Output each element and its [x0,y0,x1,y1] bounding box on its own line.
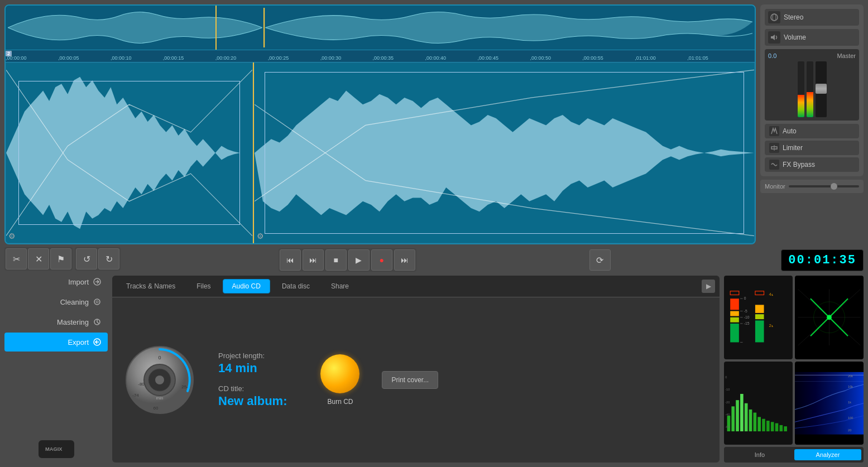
sidebar-item-import[interactable]: Import [4,272,108,291]
zoom-in-btn[interactable]: + [730,244,737,245]
cleaning-icon [92,297,102,307]
master-fader[interactable] [816,61,827,117]
limiter-label: Limiter [783,144,803,152]
print-cover-button[interactable]: Print cover... [382,371,438,389]
skip-to-start-btn[interactable]: ⏮ [280,249,301,271]
waveform-track-2[interactable]: ⚙ [254,62,755,243]
auto-btn[interactable]: Auto [765,124,859,138]
tab-data-disc[interactable]: Data disc [272,279,319,293]
effect-buttons: Auto Limiter [765,124,859,172]
record-btn[interactable]: ● [371,249,392,271]
magix-logo: MAGIX [4,436,108,463]
svg-text:0: 0 [725,375,727,379]
svg-text:20k: 20k [848,374,853,377]
svg-text:-5: -5 [744,309,747,313]
project-length-value: 14 min [218,361,287,375]
vectorscope-panel [795,276,864,359]
analyzer-grid: 0 -5 -10 -15 [724,276,864,445]
svg-rect-63 [775,423,779,431]
transport-controls: ⏮ ⏭ ■ ▶ ● ⏭ [279,248,416,272]
stereo-control[interactable]: Stereo [765,9,859,26]
svg-text:0: 0 [158,355,161,360]
monitor-slider[interactable] [789,185,859,187]
svg-text:20: 20 [848,429,851,432]
master-value: 0.0 [768,52,776,59]
export-label: Export [68,338,89,346]
svg-text:min: min [156,396,164,401]
track-settings-icon-2[interactable]: ⚙ [257,232,264,240]
time-display: 00:01:35 [781,249,864,271]
cut-tool[interactable]: ✂ [6,248,27,269]
volume-control[interactable]: Volume [765,29,859,46]
fader-container[interactable] [798,61,827,117]
export-icon [92,337,102,347]
stop-btn[interactable]: ■ [325,249,347,271]
fx-bypass-label: FX Bypass [783,161,815,168]
tab-share[interactable]: Share [322,279,358,293]
analyzer-tabs: Info Analyzer [724,447,864,463]
volume-label: Volume [784,33,806,41]
burn-cd-button[interactable] [320,354,359,393]
svg-rect-58 [754,412,757,431]
svg-text:1k: 1k [848,400,851,403]
fx-bypass-icon [769,160,779,170]
tab-tracks[interactable]: Tracks & Names [117,279,185,293]
import-label: Import [68,278,89,286]
limiter-btn[interactable]: Limiter [765,141,859,155]
svg-text:-20: -20 [725,400,730,403]
svg-point-1 [771,14,778,21]
waveform-track-1[interactable]: ⚙ [6,62,253,243]
content-area: Tracks & Names Files Audio CD Data disc … [112,276,720,463]
svg-text:4₁: 4₁ [769,292,773,297]
cd-knob[interactable]: 0 -80 -74 25- 60 m [123,344,196,416]
toolbar: ✂ ✕ ⚑ ↺ ↻ [4,247,108,271]
svg-rect-59 [757,417,761,431]
svg-point-6 [94,299,100,305]
zoom-out-btn[interactable]: - [738,244,745,245]
waveform-overview[interactable] [6,6,755,50]
cd-title-label: CD title: [218,384,287,393]
loop-btn[interactable]: ⟳ [589,249,611,271]
tab-content: 0 -80 -74 25- 60 m [112,297,720,463]
svg-rect-57 [749,409,752,431]
svg-rect-65 [784,426,787,431]
fit-btn[interactable]: ⤢ [746,244,752,245]
svg-rect-56 [745,403,748,431]
svg-point-19 [155,375,164,384]
waveform-scrollbar[interactable]: ◀ ▶ + - ⤢ [6,243,755,244]
tab-audio-cd[interactable]: Audio CD [223,279,270,293]
svg-text:10k: 10k [848,384,853,388]
waveform-main: ⚙ ⚙ [6,62,755,243]
cd-title-item: CD title: New album: [218,384,287,408]
svg-text:-60: -60 [725,425,730,429]
svg-text:0: 0 [744,296,746,300]
svg-rect-64 [780,425,783,431]
import-icon [92,277,102,287]
next-marker-btn[interactable]: ⏭ [394,249,415,271]
volume-icon [768,31,780,44]
burn-label: Burn CD [327,398,353,406]
track-settings-icon-1[interactable]: ⚙ [8,232,16,240]
stereo-label: Stereo [784,13,803,21]
sidebar-item-export[interactable]: Export [4,333,108,352]
delete-tool[interactable]: ✕ [28,248,49,269]
flag-tool[interactable]: ⚑ [50,248,71,269]
right-panel: Stereo Volume 0.0 Mas [760,4,864,244]
analyzer-tab-analyzer[interactable]: Analyzer [794,449,861,460]
project-info: Project length: 14 min CD title: New alb… [218,352,287,408]
tab-arrow[interactable]: ▶ [702,280,715,293]
sidebar-item-mastering[interactable]: Mastering [4,312,108,331]
analyzer-tab-info[interactable]: Info [726,449,793,460]
spectrogram-panel: 20k 10k 1k 100 20 [795,362,864,445]
sidebar-item-cleaning[interactable]: Cleaning [4,292,108,311]
monitor-thumb[interactable] [831,183,837,190]
fx-bypass-btn[interactable]: FX Bypass [765,157,859,172]
auto-label: Auto [783,127,797,135]
prev-marker-btn[interactable]: ⏭ [303,249,324,271]
svg-point-2 [773,14,776,21]
fader-thumb[interactable] [816,84,827,94]
monitor-label: Monitor [765,183,785,190]
tab-files[interactable]: Files [187,279,220,293]
undo-btn[interactable]: ↺ [76,248,97,269]
play-btn[interactable]: ▶ [348,249,370,271]
